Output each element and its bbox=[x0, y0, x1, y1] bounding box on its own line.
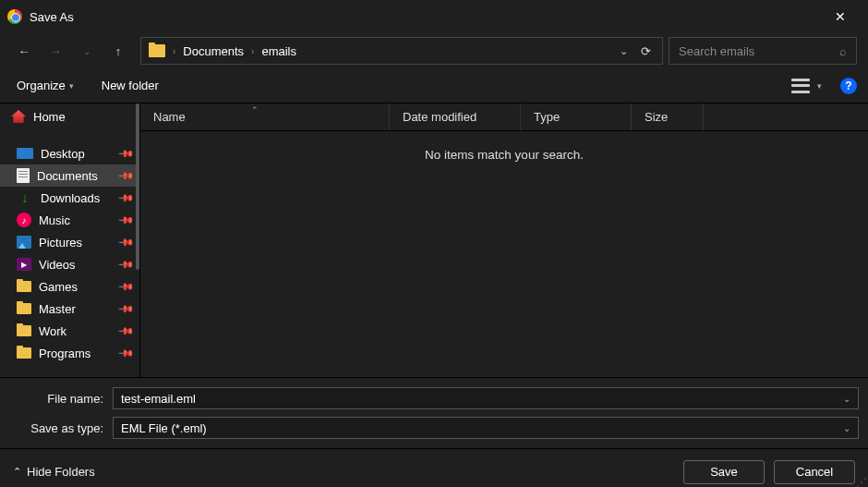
folder-icon bbox=[17, 347, 31, 359]
filename-input[interactable] bbox=[121, 392, 843, 406]
chrome-icon bbox=[7, 9, 22, 24]
videos-icon: ▶ bbox=[17, 258, 31, 271]
sidebar: Home Desktop 📌 Documents 📌 ↓ Downloads 📌… bbox=[0, 103, 140, 377]
pictures-icon bbox=[17, 236, 31, 249]
close-button[interactable]: ✕ bbox=[820, 0, 861, 33]
chevron-down-icon: ⌄ bbox=[83, 46, 90, 56]
save-fields: File name: ⌄ Save as type: EML File (*.e… bbox=[0, 377, 868, 448]
sidebar-item-documents[interactable]: Documents 📌 bbox=[0, 164, 139, 187]
organize-button[interactable]: Organize ▾ bbox=[11, 75, 79, 96]
chevron-down-icon: ⌄ bbox=[843, 423, 850, 433]
filetype-label: Save as type: bbox=[9, 421, 113, 435]
sidebar-item-games[interactable]: Games 📌 bbox=[0, 275, 139, 298]
filename-input-wrapper[interactable]: ⌄ bbox=[113, 387, 859, 409]
sidebar-item-music[interactable]: ♪ Music 📌 bbox=[0, 209, 139, 231]
chevron-right-icon: › bbox=[173, 46, 175, 56]
cancel-button[interactable]: Cancel bbox=[774, 460, 855, 484]
sidebar-item-work[interactable]: Work 📌 bbox=[0, 320, 139, 342]
column-name[interactable]: Name bbox=[140, 103, 390, 130]
column-headers: ⌃ Name Date modified Type Size bbox=[140, 103, 868, 131]
pin-icon: 📌 bbox=[116, 211, 134, 228]
folder-icon bbox=[149, 44, 165, 57]
new-folder-label: New folder bbox=[102, 79, 159, 92]
sort-indicator-icon: ⌃ bbox=[251, 105, 259, 115]
forward-button[interactable]: → bbox=[42, 38, 68, 64]
up-button[interactable]: ↑ bbox=[105, 38, 131, 64]
arrow-left-icon: ← bbox=[18, 44, 30, 58]
chevron-down-icon[interactable]: ⌄ bbox=[620, 45, 628, 57]
sidebar-item-programs[interactable]: Programs 📌 bbox=[0, 342, 139, 364]
footer: ⌃ Hide Folders Save Cancel bbox=[0, 448, 868, 487]
sidebar-item-label: Programs bbox=[39, 347, 90, 360]
music-icon: ♪ bbox=[17, 213, 31, 227]
save-button[interactable]: Save bbox=[683, 460, 765, 484]
sidebar-item-label: Downloads bbox=[41, 191, 100, 205]
search-input[interactable] bbox=[679, 44, 839, 58]
home-icon bbox=[11, 110, 26, 123]
document-icon bbox=[17, 168, 30, 183]
chevron-right-icon: › bbox=[251, 46, 254, 56]
sidebar-item-label: Master bbox=[39, 302, 76, 316]
sidebar-item-downloads[interactable]: ↓ Downloads 📌 bbox=[0, 187, 139, 209]
close-icon: ✕ bbox=[835, 9, 846, 24]
download-icon: ↓ bbox=[17, 191, 33, 204]
refresh-button[interactable]: ⟳ bbox=[641, 44, 651, 58]
empty-message: No items match your search. bbox=[140, 148, 868, 162]
filename-label: File name: bbox=[9, 392, 113, 406]
help-button[interactable]: ? bbox=[840, 78, 857, 94]
pin-icon: 📌 bbox=[116, 299, 134, 317]
search-box[interactable]: ⌕ bbox=[669, 37, 857, 65]
chevron-down-icon[interactable]: ⌄ bbox=[843, 394, 850, 404]
pin-icon: 📌 bbox=[116, 277, 134, 295]
column-date[interactable]: Date modified bbox=[390, 103, 521, 130]
pin-icon: 📌 bbox=[116, 233, 134, 250]
nav-bar: ← → ⌄ ↑ › Documents › emails ⌄ ⟳ ⌕ bbox=[0, 33, 868, 68]
sidebar-item-label: Pictures bbox=[39, 236, 82, 250]
organize-label: Organize bbox=[17, 79, 66, 92]
back-button[interactable]: ← bbox=[11, 38, 37, 64]
arrow-right-icon: → bbox=[50, 44, 62, 58]
sidebar-item-pictures[interactable]: Pictures 📌 bbox=[0, 231, 139, 253]
hide-folders-label: Hide Folders bbox=[27, 465, 95, 479]
sidebar-item-label: Desktop bbox=[41, 147, 85, 161]
folder-icon bbox=[17, 325, 31, 336]
sidebar-item-label: Home bbox=[33, 110, 66, 124]
sidebar-item-label: Documents bbox=[37, 169, 98, 183]
sidebar-item-label: Games bbox=[39, 280, 78, 294]
caret-down-icon: ▾ bbox=[817, 81, 822, 91]
breadcrumb-item[interactable]: Documents bbox=[183, 44, 244, 58]
hide-folders-button[interactable]: ⌃ Hide Folders bbox=[13, 465, 95, 479]
sidebar-item-master[interactable]: Master 📌 bbox=[0, 298, 139, 320]
content-area: ⌃ Name Date modified Type Size No items … bbox=[140, 103, 868, 377]
view-button[interactable]: ▾ bbox=[786, 75, 827, 97]
desktop-icon bbox=[17, 148, 33, 159]
sidebar-item-home[interactable]: Home bbox=[0, 103, 139, 129]
pin-icon: 📌 bbox=[116, 255, 134, 273]
window-title: Save As bbox=[30, 10, 820, 24]
main-area: Home Desktop 📌 Documents 📌 ↓ Downloads 📌… bbox=[0, 103, 868, 377]
column-size[interactable]: Size bbox=[632, 103, 704, 130]
filetype-value: EML File (*.eml) bbox=[121, 421, 207, 435]
new-folder-button[interactable]: New folder bbox=[96, 75, 164, 96]
search-icon: ⌕ bbox=[839, 44, 847, 58]
folder-icon bbox=[17, 281, 31, 292]
pin-icon: 📌 bbox=[116, 144, 134, 162]
recent-button[interactable]: ⌄ bbox=[74, 38, 100, 64]
pin-icon: 📌 bbox=[116, 322, 134, 339]
sidebar-item-videos[interactable]: ▶ Videos 📌 bbox=[0, 253, 139, 275]
column-type[interactable]: Type bbox=[521, 103, 632, 130]
resize-grip[interactable]: ⋰ bbox=[856, 480, 866, 485]
folder-icon bbox=[17, 303, 31, 314]
toolbar: Organize ▾ New folder ▾ ? bbox=[0, 68, 868, 103]
sidebar-item-label: Work bbox=[39, 324, 66, 338]
scrollbar[interactable] bbox=[136, 103, 139, 270]
chevron-up-icon: ⌃ bbox=[13, 466, 21, 478]
breadcrumb-item[interactable]: emails bbox=[261, 44, 296, 58]
sidebar-item-label: Videos bbox=[39, 258, 76, 272]
pin-icon: 📌 bbox=[116, 189, 134, 206]
caret-down-icon: ▾ bbox=[69, 81, 74, 91]
sidebar-item-desktop[interactable]: Desktop 📌 bbox=[0, 142, 139, 164]
pin-icon: 📌 bbox=[116, 166, 134, 184]
filetype-select[interactable]: EML File (*.eml) ⌄ bbox=[113, 417, 859, 439]
address-bar[interactable]: › Documents › emails ⌄ ⟳ bbox=[140, 37, 663, 65]
